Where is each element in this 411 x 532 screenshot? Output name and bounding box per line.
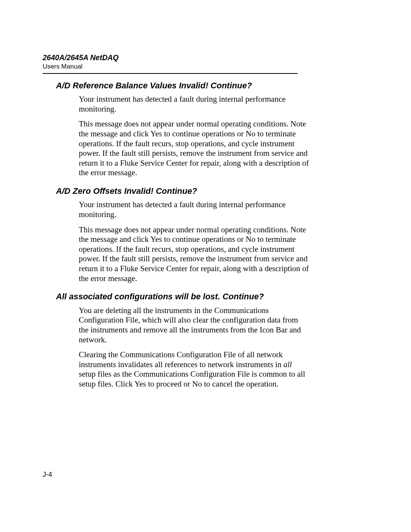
header-subtitle: Users Manual: [43, 63, 346, 70]
manual-page: 2640A/2645A NetDAQ Users Manual A/D Refe…: [0, 0, 411, 532]
page-number: J-4: [43, 471, 52, 479]
body-paragraph: Your instrument has detected a fault dur…: [79, 94, 309, 114]
body-paragraph: Your instrument has detected a fault dur…: [79, 200, 309, 219]
body-paragraph: This message does not appear under norma…: [79, 119, 309, 178]
header-title: 2640A/2645A NetDAQ: [43, 53, 346, 62]
header-rule: [43, 73, 298, 74]
section-configurations-lost: All associated configurations will be lo…: [43, 292, 346, 389]
section-heading: A/D Reference Balance Values Invalid! Co…: [56, 81, 346, 91]
body-paragraph: Clearing the Communications Configuratio…: [79, 350, 309, 389]
page-header: 2640A/2645A NetDAQ Users Manual: [43, 53, 346, 71]
section-ad-zero-offsets: A/D Zero Offsets Invalid! Continue? Your…: [43, 186, 346, 283]
section-ad-reference-balance: A/D Reference Balance Values Invalid! Co…: [43, 81, 346, 178]
section-heading: All associated configurations will be lo…: [56, 292, 346, 302]
body-text-italic: all: [284, 360, 292, 369]
body-paragraph: You are deleting all the instruments in …: [79, 306, 309, 345]
body-paragraph: This message does not appear under norma…: [79, 225, 309, 284]
section-heading: A/D Zero Offsets Invalid! Continue?: [56, 186, 346, 196]
body-text-post: setup files as the Communications Config…: [79, 369, 305, 388]
body-text-pre: Clearing the Communications Configuratio…: [79, 350, 284, 369]
